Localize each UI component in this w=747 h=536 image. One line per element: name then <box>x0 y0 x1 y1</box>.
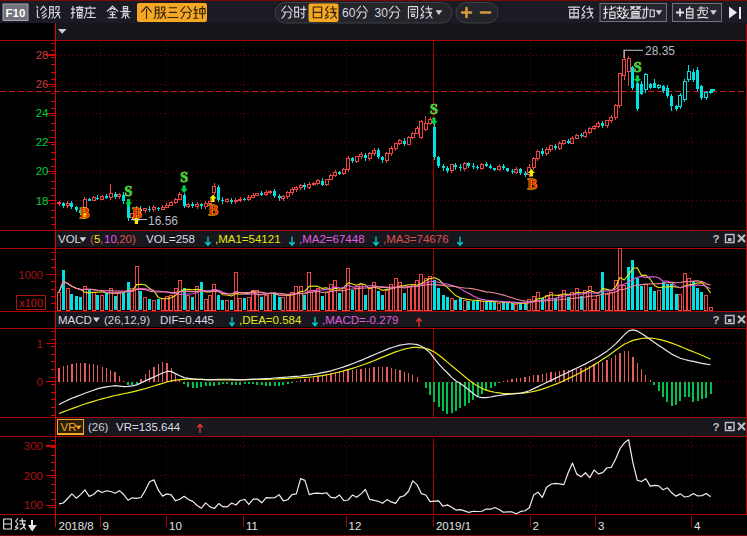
svg-text:,MA2=67448: ,MA2=67448 <box>299 233 365 245</box>
svg-text:2: 2 <box>533 520 539 532</box>
svg-text:60: 60 <box>342 6 356 20</box>
svg-text:B: B <box>209 202 219 218</box>
svg-text:B: B <box>528 176 538 192</box>
svg-text:26: 26 <box>36 78 49 90</box>
svg-text:?: ? <box>712 233 719 245</box>
svg-text:(26,12,9): (26,12,9) <box>104 314 150 326</box>
svg-text:16.56: 16.56 <box>148 214 178 228</box>
svg-text:(26): (26) <box>88 421 109 433</box>
svg-text:VOL: VOL <box>58 233 82 245</box>
svg-text:,DEA=0.584: ,DEA=0.584 <box>239 314 302 326</box>
svg-text:VR: VR <box>61 421 77 433</box>
svg-text:200: 200 <box>24 470 43 482</box>
svg-text:VR=135.644: VR=135.644 <box>116 421 181 433</box>
svg-text:18: 18 <box>36 195 49 207</box>
svg-text:22: 22 <box>36 136 49 148</box>
svg-text:S: S <box>430 102 438 117</box>
svg-text:4: 4 <box>694 520 701 532</box>
svg-text:100: 100 <box>24 499 43 511</box>
svg-text:x100: x100 <box>19 297 43 309</box>
svg-text:10: 10 <box>104 233 117 245</box>
svg-text:F10: F10 <box>6 7 26 19</box>
svg-text:S: S <box>634 60 642 75</box>
svg-text:1: 1 <box>37 338 43 350</box>
svg-text:9: 9 <box>103 520 109 532</box>
svg-text:1000: 1000 <box>19 269 43 281</box>
svg-text:MACD: MACD <box>58 314 92 326</box>
svg-text:VOL=258: VOL=258 <box>146 233 195 245</box>
svg-text:?: ? <box>712 314 719 326</box>
svg-text:28: 28 <box>36 49 49 61</box>
svg-text:,20): ,20) <box>116 233 136 245</box>
svg-text:B: B <box>132 205 142 221</box>
svg-text:S: S <box>124 184 132 199</box>
svg-text:B: B <box>80 205 90 221</box>
svg-text:,: , <box>100 233 103 245</box>
svg-text:,MACD=-0.279: ,MACD=-0.279 <box>322 314 398 326</box>
svg-text:10: 10 <box>169 520 182 532</box>
svg-text:11: 11 <box>246 520 258 532</box>
svg-text:,MA3=74676: ,MA3=74676 <box>383 233 449 245</box>
svg-text:2019/1: 2019/1 <box>436 520 471 532</box>
svg-text:2018/8: 2018/8 <box>59 520 94 532</box>
svg-text:12: 12 <box>349 520 362 532</box>
svg-text:?: ? <box>712 421 719 433</box>
svg-text:,MA1=54121: ,MA1=54121 <box>215 233 281 245</box>
svg-text:DIF=0.445: DIF=0.445 <box>160 314 214 326</box>
svg-text:3: 3 <box>598 520 604 532</box>
svg-text:20: 20 <box>36 165 49 177</box>
svg-text:28.35: 28.35 <box>645 44 675 58</box>
svg-text:24: 24 <box>36 107 49 119</box>
svg-text:30: 30 <box>375 6 389 20</box>
svg-text:300: 300 <box>24 440 43 452</box>
svg-text:0: 0 <box>37 376 43 388</box>
svg-text:S: S <box>180 170 188 185</box>
